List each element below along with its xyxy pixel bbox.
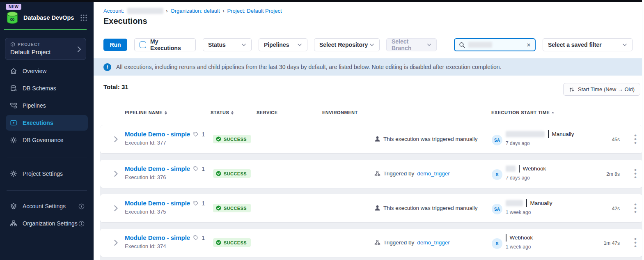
trigger-info-webhook: Triggered by demo_trigger (374, 170, 450, 177)
status-badge: SUCCESS (213, 204, 251, 212)
tag-count: 1 (202, 131, 205, 138)
brand-underline (4, 29, 87, 30)
sidebar-item-db-governance[interactable]: DB Governance (0, 131, 94, 149)
webhook-icon (374, 170, 380, 177)
total-count: Total: 31 (103, 83, 128, 90)
sidebar-item-label: Account Settings (23, 203, 66, 209)
chevron-down-icon (427, 42, 431, 47)
relative-time: 7 days ago (506, 140, 574, 146)
column-header-environment: ENVIRONMENT (322, 110, 358, 115)
sidebar-item-pipelines[interactable]: Pipelines (0, 97, 94, 114)
column-header-status[interactable]: STATUS (211, 110, 234, 115)
column-header-execution-start-time[interactable]: EXECUTION START TIME (491, 110, 554, 115)
trigger-mode: Manually (552, 131, 574, 137)
column-label: STATUS (211, 110, 229, 115)
breadcrumb-account-link[interactable]: Account: (103, 8, 124, 14)
execution-row[interactable]: Module Demo - simple 1 Execution Id: 375… (100, 194, 642, 222)
trigger-info-manual: This execution was triggered manually (374, 205, 478, 211)
breadcrumb-organization-link[interactable]: Organization: default (171, 8, 220, 14)
status-dropdown[interactable]: Status (203, 38, 252, 51)
row-menu-icon[interactable]: ••• (633, 202, 638, 214)
trigger-link[interactable]: demo_trigger (417, 239, 450, 246)
info-icon[interactable] (78, 203, 85, 209)
brand-title: Database DevOps (23, 14, 80, 21)
scrollbar-track[interactable] (642, 0, 644, 260)
saved-filter-label: Select a saved filter (548, 41, 602, 48)
sort-button[interactable]: Start Time (New → Old) (563, 83, 640, 96)
duration: 45s (591, 137, 620, 143)
project-label: PROJECT (18, 42, 41, 47)
success-check-icon (216, 240, 221, 245)
status-label: SUCCESS (224, 137, 247, 142)
chevron-down-icon (297, 42, 302, 47)
status-label: SUCCESS (224, 206, 247, 211)
sidebar-divider (7, 190, 87, 191)
project-name: Default Project (10, 48, 81, 55)
start-time-cell: Webhook 7 days ago (506, 164, 546, 181)
pipeline-name-link[interactable]: Module Demo - simple (125, 234, 190, 241)
sidebar: NEW ∞ Database DevOps PROJECT Default Pr… (0, 0, 94, 260)
sidebar-item-db-schemas[interactable]: DB Schemas (0, 80, 94, 97)
my-executions-checkbox[interactable] (140, 41, 146, 48)
execution-row[interactable]: Module Demo - simple 1 Execution Id: 377… (100, 125, 642, 153)
expand-chevron-icon[interactable] (113, 136, 119, 143)
trigger-mode: Webhook (523, 166, 546, 172)
window-top-strip (0, 0, 642, 2)
saved-filter-dropdown[interactable]: Select a saved filter (543, 38, 633, 51)
trigger-link[interactable]: demo_trigger (417, 170, 450, 177)
execution-row[interactable]: Module Demo - simple 1 Execution Id: 374… (100, 229, 642, 257)
sidebar-divider (7, 157, 87, 157)
sidebar-item-project-settings[interactable]: Project Settings (0, 165, 94, 182)
expand-chevron-icon[interactable] (113, 205, 119, 212)
sidebar-item-organization-settings[interactable]: Organization Settings (0, 215, 94, 232)
chevron-down-icon (622, 42, 627, 47)
person-icon (374, 136, 380, 142)
project-selector[interactable]: PROJECT Default Project (5, 38, 86, 60)
duration: 42s (591, 206, 620, 212)
repository-dropdown[interactable]: Select Repository (314, 38, 380, 51)
run-button[interactable]: Run (103, 39, 127, 51)
avatar: S (492, 238, 502, 249)
tag-count: 1 (202, 166, 205, 172)
avatar: S (492, 169, 502, 180)
trigger-mode: Manually (530, 200, 552, 206)
pipeline-name-link[interactable]: Module Demo - simple (125, 131, 190, 138)
module-grid-icon[interactable] (80, 14, 88, 22)
sidebar-item-account-settings[interactable]: Account Settings (0, 198, 94, 215)
tag-count: 1 (202, 235, 205, 241)
sort-arrows-icon (569, 87, 575, 92)
branch-dropdown-label: Select Branch (392, 38, 427, 51)
row-menu-icon[interactable]: ••• (633, 237, 638, 248)
column-label: ENVIRONMENT (322, 110, 358, 115)
avatar: SA (492, 204, 502, 214)
breadcrumb-project-link[interactable]: Project: Default Project (227, 8, 282, 14)
expand-chevron-icon[interactable] (113, 170, 119, 177)
row-menu-icon[interactable]: ••• (633, 168, 638, 179)
info-icon: i (103, 63, 111, 71)
pipeline-name-link[interactable]: Module Demo - simple (125, 165, 190, 172)
column-header-pipeline-name[interactable]: PIPELINE NAME (125, 110, 167, 115)
sidebar-item-executions[interactable]: Executions (6, 115, 88, 131)
sort-button-label: Start Time (New → Old) (578, 86, 635, 92)
clear-search-icon[interactable]: × (527, 41, 531, 48)
sidebar-item-label: Organization Settings (23, 220, 78, 227)
sort-both-icon (231, 111, 234, 115)
execution-id: Execution Id: 374 (125, 243, 205, 249)
redacted-user-name (506, 166, 516, 172)
redacted-user-name (506, 200, 523, 206)
search-input[interactable]: × (454, 38, 536, 51)
expand-chevron-icon[interactable] (113, 239, 119, 246)
status-dropdown-label: Status (208, 41, 226, 48)
relative-time: 1 week ago (506, 209, 552, 215)
pipelines-dropdown[interactable]: Pipelines (259, 38, 307, 51)
row-menu-icon[interactable]: ••• (633, 133, 638, 145)
info-banner-text: All executions, including reruns and chi… (116, 64, 502, 70)
sidebar-item-overview[interactable]: Overview (0, 62, 94, 80)
status-label: SUCCESS (224, 240, 247, 245)
breadcrumb-separator: › (166, 8, 168, 14)
pipeline-name-link[interactable]: Module Demo - simple (125, 200, 190, 207)
my-executions-filter[interactable]: My Executions (134, 38, 196, 51)
column-label: EXECUTION START TIME (491, 110, 550, 115)
info-icon[interactable] (78, 221, 85, 227)
execution-row[interactable]: Module Demo - simple 1 Execution Id: 376… (100, 160, 642, 188)
